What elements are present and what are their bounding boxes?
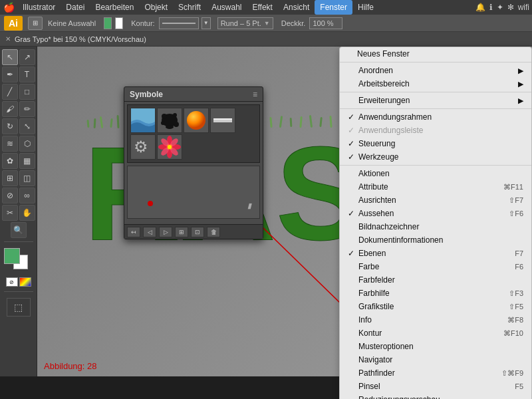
none-color-btn[interactable]: ⊘	[6, 277, 18, 287]
menu-item-musteroptionen[interactable]: Musteroptionen	[340, 340, 531, 353]
warp-tool[interactable]: ≋	[2, 136, 18, 152]
text-tool[interactable]: T	[19, 66, 35, 82]
pen-tool[interactable]: ✒	[2, 66, 18, 82]
toolbox-divider-2	[4, 291, 33, 292]
panel-break-btn[interactable]: ⊞	[175, 227, 188, 237]
free-transform-tool[interactable]: ⬡	[19, 136, 35, 152]
gradient-tool[interactable]: ◫	[19, 170, 35, 186]
fill-swatch[interactable]	[104, 17, 112, 29]
menu-item-bildnachzeichner[interactable]: Bildnachzeichner	[340, 220, 531, 233]
tool-row-4: 🖌 ✏	[2, 101, 35, 117]
menubar-bearbeiten[interactable]: Bearbeiten	[90, 0, 139, 15]
stroke-swatch[interactable]	[115, 17, 123, 29]
fenster-dropdown-menu: Neues FensterAnordnen▶Arbeitsbereich▶Erw…	[339, 47, 532, 399]
panel-duplicate-btn[interactable]: ⊡	[191, 227, 204, 237]
menu-item-2[interactable]: Arbeitsbereich▶	[340, 77, 531, 90]
blend-tool[interactable]: ∞	[19, 188, 35, 203]
gradient-color-btn[interactable]	[19, 277, 31, 287]
opacity-input[interactable]: 100 %	[309, 17, 342, 29]
panel-empty-hint: ▮	[247, 201, 251, 210]
symbol-item-2[interactable]	[157, 108, 182, 133]
stroke-dropdown-arrow[interactable]: ▼	[201, 17, 211, 29]
menu-item-attribute[interactable]: Attribute⌘F11	[340, 180, 531, 194]
menu-item-1[interactable]: Anordnen▶	[340, 64, 531, 77]
menu-item-reduzierungsvorschau[interactable]: Reduzierungsvorschau	[340, 393, 531, 399]
menu-item-check-2[interactable]: ✓Steuerung	[340, 137, 531, 150]
share-icon: ✦	[497, 3, 503, 12]
apple-menu[interactable]: 🍎	[3, 1, 15, 13]
menu-item-ausrichten[interactable]: Ausrichten⇧F7	[340, 194, 531, 207]
symbols-panel: Symbole ≡	[124, 86, 263, 239]
menubar-illustrator[interactable]: Illustrator	[17, 0, 61, 15]
menu-item-check-3[interactable]: ✓Werkzeuge	[340, 150, 531, 164]
direct-select-tool[interactable]: ↗	[19, 49, 35, 65]
screen-mode-btn[interactable]: ⬚	[7, 298, 31, 317]
rotate-tool[interactable]: ↻	[2, 118, 18, 134]
menu-separator-2	[340, 92, 531, 92]
menu-item-farbfelder[interactable]: Farbfelder	[340, 273, 531, 287]
menu-item-aktionen[interactable]: Aktionen	[340, 167, 531, 180]
eyedropper-tool[interactable]: ⊘	[2, 188, 18, 203]
scissors-tool[interactable]: ✂	[2, 205, 18, 221]
menu-item-info[interactable]: Info⌘F8	[340, 313, 531, 327]
symbol-item-5[interactable]: ⚙	[130, 134, 156, 160]
menu-item-erweiterungen[interactable]: Erweiterungen▶	[340, 94, 531, 107]
fill-color-box[interactable]	[4, 248, 20, 264]
menu-separator-3	[340, 108, 531, 109]
menu-item-pinsel[interactable]: PinselF5	[340, 380, 531, 393]
symbol-item-4[interactable]	[210, 108, 235, 133]
menu-item-aussehen[interactable]: ✓Aussehen⇧F6	[340, 207, 531, 220]
symbol-item-1[interactable]	[130, 108, 156, 133]
menubar-hilfe[interactable]: Hilfe	[352, 0, 379, 15]
menubar-ansicht[interactable]: Ansicht	[278, 0, 315, 15]
ai-logo: Ai	[4, 16, 23, 31]
symbol-item-3[interactable]	[184, 108, 209, 133]
menu-item-farbhilfe[interactable]: Farbhilfe⇧F3	[340, 287, 531, 300]
toolbox-divider-1	[4, 241, 33, 242]
mesh-tool[interactable]: ⊞	[2, 170, 18, 186]
stroke-style-dropdown[interactable]: Rund – 5 Pt. ▼	[217, 17, 273, 29]
menu-item-check-0[interactable]: ✓Anwendungsrahmen	[340, 110, 531, 124]
pencil-tool[interactable]: ✏	[19, 101, 35, 117]
menu-item-kontur[interactable]: Kontur⌘F10	[340, 327, 531, 340]
menu-item-check-1[interactable]: ✓Anwendungsleiste	[340, 124, 531, 137]
menubar-objekt[interactable]: Objekt	[139, 0, 173, 15]
zoom-tool[interactable]: 🔍	[11, 222, 27, 238]
menubar-auswahl[interactable]: Auswahl	[206, 0, 247, 15]
menubar-fenster[interactable]: Fenster	[315, 0, 352, 15]
menubar-datei[interactable]: Datei	[61, 0, 90, 15]
symbol-sprayer-tool[interactable]: ✿	[2, 153, 18, 169]
menubar-schrift[interactable]: Schrift	[173, 0, 206, 15]
tool-row-2: ✒ T	[2, 66, 35, 82]
symbol-item-6[interactable]	[157, 134, 182, 160]
menu-item-ebenen[interactable]: ✓EbenenF7	[340, 247, 531, 260]
column-graph-tool[interactable]: ▦	[19, 153, 35, 169]
paintbrush-tool[interactable]: 🖌	[2, 101, 18, 117]
menu-item-navigator[interactable]: Navigator	[340, 353, 531, 366]
scale-tool[interactable]: ⤡	[19, 118, 35, 134]
menu-item-grafikstile[interactable]: Grafikstile⇧F5	[340, 300, 531, 313]
svg-point-39	[187, 111, 205, 130]
panel-back-btn[interactable]: ◁	[143, 227, 156, 237]
svg-text:⚙: ⚙	[134, 138, 148, 156]
arrange-icon-btn[interactable]: ⊞	[28, 17, 43, 30]
menubar-effekt[interactable]: Effekt	[247, 0, 277, 15]
rect-tool[interactable]: □	[19, 84, 35, 100]
panel-header: Symbole ≡	[124, 87, 263, 102]
toolbox: ↖ ↗ ✒ T ╱ □ 🖌 ✏ ↻ ⤡ ≋ ⬡ ✿ ▦ ⊞ ◫	[0, 47, 37, 376]
menu-separator-1	[340, 62, 531, 63]
hand-tool[interactable]: ✋	[19, 205, 35, 221]
tab-close-btn[interactable]: ✕	[5, 35, 11, 43]
menu-item-dokumentinformationen[interactable]: Dokumentinformationen	[340, 233, 531, 247]
panel-delete-btn[interactable]: 🗑	[207, 227, 220, 237]
panel-forward-btn[interactable]: ▷	[159, 227, 172, 237]
tool-row-10: ✂ ✋	[2, 205, 35, 221]
panel-place-btn[interactable]: ↤	[127, 227, 140, 237]
select-tool[interactable]: ↖	[2, 49, 18, 65]
menu-item-neues-fenster[interactable]: Neues Fenster	[340, 47, 531, 61]
color-tools	[4, 248, 33, 272]
menu-item-farbe[interactable]: FarbeF6	[340, 260, 531, 273]
line-tool[interactable]: ╱	[2, 84, 18, 100]
menu-item-pathfinder[interactable]: Pathfinder⇧⌘F9	[340, 366, 531, 380]
panel-menu-btn[interactable]: ≡	[253, 90, 257, 99]
